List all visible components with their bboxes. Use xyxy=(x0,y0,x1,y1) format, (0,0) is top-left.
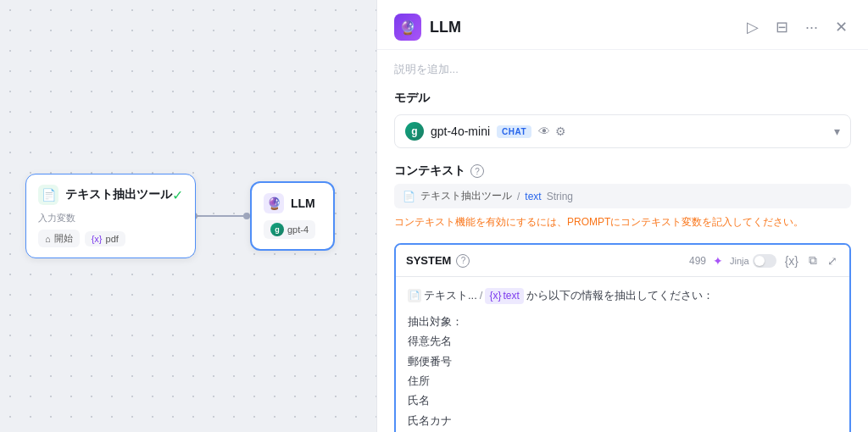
split-button[interactable]: ⊟ xyxy=(772,14,792,40)
panel-header: 🔮 LLM ▷ ⊟ ··· ✕ xyxy=(377,0,868,50)
text-extract-node[interactable]: 📄 テキスト抽出ツール ✓ 入力変数 ⌂ 開始 {x} pdf xyxy=(25,174,196,258)
system-help-icon[interactable]: ? xyxy=(456,254,470,268)
xvar-button[interactable]: {x} xyxy=(783,252,800,269)
toggle-thumb xyxy=(754,256,765,266)
node-title-extract: テキスト抽出ツール xyxy=(65,187,172,202)
model-right: ▾ xyxy=(834,125,840,138)
context-warning: コンテキスト機能を有効にするには、PROMPTにコンテキスト変数を記入してくださ… xyxy=(394,215,851,230)
model-selector[interactable]: g gpt-4o-mini CHAT 👁 ⚙ ▾ xyxy=(394,114,851,148)
canvas: 📄 テキスト抽出ツール ✓ 入力変数 ⌂ 開始 {x} pdf 🔮 LLM xyxy=(0,0,376,432)
context-type-text: String xyxy=(547,191,573,202)
sliders-icon: ⚙ xyxy=(555,125,566,138)
context-tag: 📄 テキスト抽出ツール / text String xyxy=(394,184,851,208)
context-section-label: コンテキスト xyxy=(394,163,465,179)
extraction-item-5: 氏名カナ xyxy=(408,411,837,430)
context-slash: / xyxy=(517,191,520,202)
copy-button[interactable]: ⧉ xyxy=(807,252,819,269)
var-icon: {x} xyxy=(92,234,103,244)
panel-title: LLM xyxy=(430,19,461,36)
connector-dot-right xyxy=(243,213,250,219)
system-label-row: SYSTEM ? xyxy=(406,254,470,268)
llm-node-title: LLM xyxy=(291,197,315,210)
gpt-icon: g xyxy=(405,122,424,141)
play-button[interactable]: ▷ xyxy=(743,14,762,40)
system-label: SYSTEM xyxy=(406,254,451,267)
context-var-text: text xyxy=(525,191,541,202)
model-name: gpt-4o-mini xyxy=(431,125,490,138)
xvar-chip-label: {x} xyxy=(489,288,501,304)
node-icon-extract: 📄 xyxy=(38,185,58,205)
llm-model-tag: g gpt-4 xyxy=(264,220,315,239)
system-box-actions: 499 ✦ Jinja {x} ⧉ ⤢ xyxy=(689,252,839,269)
panel-actions: ▷ ⊟ ··· ✕ xyxy=(743,14,851,40)
desc-placeholder[interactable]: 説明を追加... xyxy=(394,62,851,77)
right-panel: 🔮 LLM ▷ ⊟ ··· ✕ 説明を追加... モデル g gpt-4o-mi… xyxy=(376,0,868,432)
toggle-track[interactable] xyxy=(753,254,776,268)
node-subtitle: 入力変数 xyxy=(38,212,183,224)
content-suffix: から以下の情報を抽出してください： xyxy=(526,287,714,305)
node-tag-pdf: {x} pdf xyxy=(85,231,125,246)
content-text-dots: テキスト... xyxy=(424,287,477,305)
chevron-down-icon: ▾ xyxy=(834,125,840,138)
home-icon: ⌂ xyxy=(45,234,51,244)
node-check-icon: ✓ xyxy=(172,187,183,203)
model-section-label: モデル xyxy=(394,91,851,106)
system-box-content[interactable]: 📄 テキスト... / {x} text から以下の情報を抽出してください： 抽… xyxy=(396,277,849,432)
panel-title-row: 🔮 LLM xyxy=(394,14,461,41)
node-tags: ⌂ 開始 {x} pdf xyxy=(38,230,183,247)
extraction-item-2: 郵便番号 xyxy=(408,352,837,371)
llm-node-icon: 🔮 xyxy=(264,193,284,213)
close-button[interactable]: ✕ xyxy=(832,14,851,40)
model-left: g gpt-4o-mini CHAT 👁 ⚙ xyxy=(405,122,566,141)
jinja-toggle[interactable]: Jinja xyxy=(730,254,776,268)
gpt-icon-small: g xyxy=(270,223,284,236)
extraction-item-4: 氏名 xyxy=(408,390,837,410)
char-count: 499 xyxy=(689,255,706,267)
expand-button[interactable]: ⤢ xyxy=(826,252,839,269)
llm-node-title-row: 🔮 LLM xyxy=(264,193,315,213)
node-title-row: 📄 テキスト抽出ツール xyxy=(38,185,172,205)
node-tag-start: ⌂ 開始 xyxy=(38,230,80,247)
llm-canvas-node[interactable]: 🔮 LLM g gpt-4 xyxy=(250,181,335,251)
doc-inline-icon: 📄 xyxy=(408,289,421,302)
system-box-header: SYSTEM ? 499 ✦ Jinja {x} ⧉ ⤢ xyxy=(396,245,849,277)
sparkle-button[interactable]: ✦ xyxy=(713,254,723,268)
connector-line xyxy=(195,215,246,217)
panel-body: 説明を追加... モデル g gpt-4o-mini CHAT 👁 ⚙ ▾ コン… xyxy=(377,50,868,432)
eye-icon: 👁 xyxy=(538,125,550,138)
llm-node-header: 🔮 LLM xyxy=(264,193,321,213)
extraction-item-0: 抽出対象： xyxy=(408,312,837,331)
node-header: 📄 テキスト抽出ツール ✓ xyxy=(38,185,183,205)
content-line-1: 📄 テキスト... / {x} text から以下の情報を抽出してください： xyxy=(408,287,837,305)
context-help-icon[interactable]: ? xyxy=(470,164,484,178)
llm-node-tags: g gpt-4 xyxy=(264,220,321,239)
system-box: SYSTEM ? 499 ✦ Jinja {x} ⧉ ⤢ xyxy=(394,243,851,432)
extraction-list: 抽出対象： 得意先名 郵便番号 住所 氏名 氏名カナ 電話番号 xyxy=(408,312,837,432)
model-icons: 👁 ⚙ xyxy=(538,125,566,138)
jinja-label: Jinja xyxy=(730,256,749,266)
chat-badge: CHAT xyxy=(497,125,531,138)
content-var-name: text xyxy=(503,288,519,304)
llm-panel-icon: 🔮 xyxy=(394,14,421,41)
content-slash: / xyxy=(480,287,483,305)
context-path-text: テキスト抽出ツール xyxy=(420,189,512,203)
content-var-chip: {x} text xyxy=(485,288,523,304)
doc-icon: 📄 xyxy=(403,191,415,202)
context-row: コンテキスト ? xyxy=(394,163,851,179)
more-button[interactable]: ··· xyxy=(802,15,821,40)
extraction-item-3: 住所 xyxy=(408,371,837,390)
extraction-item-1: 得意先名 xyxy=(408,331,837,351)
